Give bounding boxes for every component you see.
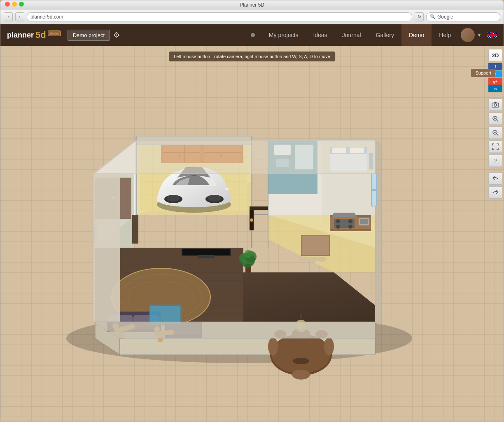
- svg-rect-89: [198, 255, 215, 258]
- nav-help[interactable]: Help: [432, 24, 458, 46]
- maximize-button[interactable]: [19, 2, 24, 7]
- browser-controls: [5, 2, 24, 7]
- svg-point-44: [208, 195, 221, 202]
- svg-point-114: [271, 335, 331, 373]
- svg-point-62: [336, 225, 340, 229]
- svg-line-152: [497, 134, 498, 136]
- svg-point-71: [317, 257, 327, 262]
- svg-rect-135: [250, 206, 268, 210]
- nav-demo[interactable]: Demo: [401, 24, 432, 46]
- svg-point-60: [336, 219, 340, 223]
- svg-point-43: [167, 195, 180, 202]
- svg-point-137: [250, 218, 253, 222]
- camera-button[interactable]: [488, 98, 502, 111]
- address-text: planner5d.com: [30, 14, 63, 20]
- browser-toolbar: ‹ › planner5d.com ↻ 🔍 Google: [0, 9, 504, 24]
- camera-tooltip: Left mouse button - rotate camera, right…: [169, 52, 335, 61]
- svg-rect-138: [132, 215, 138, 244]
- settings-button[interactable]: ⚙: [113, 30, 120, 40]
- svg-marker-142: [93, 141, 375, 173]
- linkedin-button[interactable]: in: [488, 85, 502, 92]
- support-button[interactable]: Support: [471, 69, 495, 77]
- nav-ideas[interactable]: Ideas: [306, 24, 334, 46]
- svg-point-117: [324, 338, 334, 356]
- search-icon: 🔍: [430, 14, 436, 19]
- avatar-image: [461, 28, 475, 42]
- logo: planner5d studio: [7, 30, 61, 40]
- language-flag[interactable]: [487, 32, 497, 38]
- svg-point-115: [293, 358, 309, 364]
- project-name[interactable]: Demo project: [68, 30, 110, 41]
- forward-button[interactable]: ›: [15, 12, 24, 21]
- svg-point-61: [348, 219, 352, 223]
- svg-rect-45: [225, 188, 229, 190]
- search-placeholder: Google: [437, 14, 453, 20]
- nav-journal[interactable]: Journal: [335, 24, 369, 46]
- canvas-area[interactable]: Support Left mouse button - rotate camer…: [0, 46, 504, 422]
- header-dot: [251, 33, 255, 37]
- undo-button[interactable]: [488, 172, 502, 185]
- zoom-out-button[interactable]: [488, 127, 502, 139]
- svg-point-145: [494, 104, 497, 106]
- svg-rect-141: [372, 191, 376, 206]
- google-plus-button[interactable]: g+: [488, 78, 502, 85]
- svg-marker-125: [93, 173, 120, 322]
- svg-marker-127: [93, 322, 375, 338]
- nav-my-projects[interactable]: My projects: [261, 24, 306, 46]
- browser-title: Planner 5D: [240, 2, 264, 8]
- svg-point-63: [348, 225, 352, 229]
- toolbar-separator-1: [489, 96, 502, 96]
- right-toolbar: 2D f t g+ in: [487, 46, 504, 422]
- browser-titlebar: Planner 5D: [0, 0, 504, 9]
- svg-rect-140: [372, 174, 376, 189]
- browser-frame: Planner 5D ‹ › planner5d.com ↻ 🔍 Google …: [0, 0, 504, 422]
- svg-rect-101: [150, 306, 180, 324]
- toolbar-separator-2: [489, 170, 502, 170]
- logo-badge: studio: [48, 30, 61, 36]
- logo-5d: 5d: [35, 30, 46, 40]
- svg-rect-88: [182, 249, 230, 255]
- 2d-button[interactable]: 2D: [488, 49, 502, 61]
- social-buttons: f t g+ in: [488, 63, 502, 92]
- user-avatar[interactable]: [461, 28, 475, 42]
- app-header: planner5d studio Demo project ⚙ My proje…: [0, 24, 504, 46]
- svg-point-119: [268, 338, 278, 356]
- redo-button[interactable]: [488, 186, 502, 199]
- close-button[interactable]: [5, 2, 10, 7]
- svg-point-118: [292, 370, 310, 380]
- floorplan-3d: [21, 58, 457, 396]
- zoom-in-button[interactable]: [488, 113, 502, 125]
- svg-line-148: [497, 120, 498, 122]
- search-bar[interactable]: 🔍 Google: [426, 12, 500, 21]
- svg-marker-128: [375, 141, 381, 326]
- svg-rect-65: [360, 219, 368, 224]
- minimize-button[interactable]: [12, 2, 17, 7]
- logo-planner: planner: [7, 31, 34, 40]
- svg-rect-68: [302, 236, 329, 255]
- svg-marker-66: [332, 213, 357, 217]
- nav-gallery[interactable]: Gallery: [369, 24, 401, 46]
- nav-links: My projects Ideas Journal Gallery Demo H…: [261, 24, 458, 46]
- refresh-button[interactable]: ↻: [415, 12, 424, 21]
- svg-rect-146: [494, 102, 497, 103]
- fullscreen-button[interactable]: [488, 141, 502, 153]
- units-button[interactable]: ft²: [488, 155, 502, 167]
- svg-point-112: [244, 250, 252, 258]
- back-button[interactable]: ‹: [4, 12, 13, 21]
- app: planner5d studio Demo project ⚙ My proje…: [0, 24, 504, 422]
- address-bar[interactable]: planner5d.com: [27, 12, 412, 21]
- user-dropdown-arrow[interactable]: ▼: [477, 33, 481, 38]
